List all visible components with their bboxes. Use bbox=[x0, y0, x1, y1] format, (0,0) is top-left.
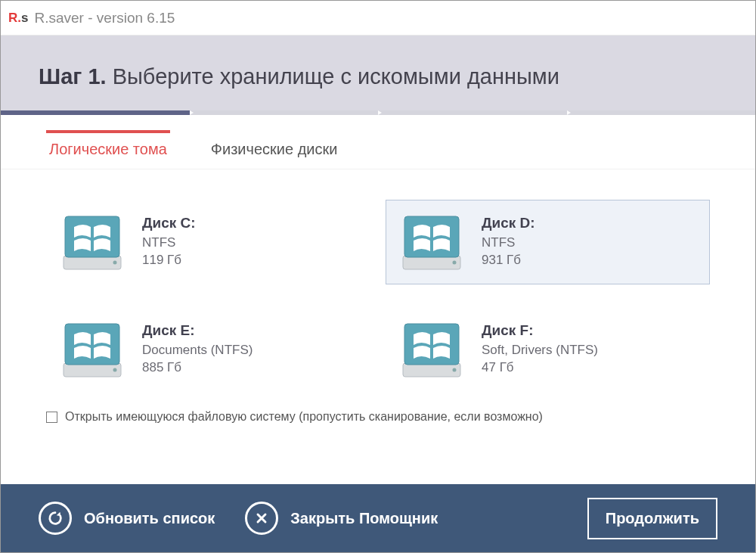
volume-size: 885 Гб bbox=[142, 359, 253, 377]
volume-name: Диск C: bbox=[142, 215, 196, 231]
volume-name: Диск F: bbox=[482, 322, 598, 339]
volume-item[interactable]: Диск F: Soft, Drivers (NTFS) 47 Гб bbox=[386, 307, 710, 392]
window-title: R.saver - version 6.15 bbox=[34, 10, 175, 26]
step-number: Шаг 1. bbox=[39, 64, 107, 89]
wizard-progress bbox=[1, 110, 755, 115]
progress-seg-3 bbox=[378, 110, 567, 115]
progress-seg-4 bbox=[567, 110, 756, 115]
close-icon bbox=[245, 502, 278, 535]
drive-icon bbox=[398, 210, 465, 274]
close-label: Закрыть Помощник bbox=[290, 510, 438, 527]
refresh-icon bbox=[39, 502, 72, 535]
volume-info: Диск D: NTFS 931 Гб bbox=[482, 215, 535, 269]
title-bar: R.s R.saver - version 6.15 bbox=[1, 1, 755, 36]
skip-scan-checkbox[interactable] bbox=[46, 412, 57, 423]
volume-fs: Soft, Drivers (NTFS) bbox=[482, 342, 598, 359]
page-title: Шаг 1. Выберите хранилище с искомыми дан… bbox=[39, 64, 717, 89]
tabs: Логические тома Физические диски bbox=[1, 115, 755, 169]
volume-fs: Documents (NTFS) bbox=[142, 342, 253, 359]
skip-scan-label: Открыть имеющуюся файловую систему (проп… bbox=[65, 410, 543, 424]
volume-fs: NTFS bbox=[142, 235, 196, 252]
volume-fs: NTFS bbox=[482, 235, 535, 252]
volume-item[interactable]: Диск E: Documents (NTFS) 885 Гб bbox=[46, 307, 370, 392]
drive-icon bbox=[398, 318, 465, 381]
skip-scan-row: Открыть имеющуюся файловую систему (проп… bbox=[1, 407, 755, 431]
refresh-button[interactable]: Обновить список bbox=[39, 502, 215, 535]
tab-physical-disks[interactable]: Физические диски bbox=[208, 133, 341, 169]
footer-bar: Обновить список Закрыть Помощник Продолж… bbox=[1, 484, 755, 552]
volume-size: 47 Гб bbox=[482, 359, 598, 377]
drive-icon bbox=[59, 318, 125, 381]
close-wizard-button[interactable]: Закрыть Помощник bbox=[245, 502, 438, 535]
volume-info: Диск E: Documents (NTFS) 885 Гб bbox=[142, 322, 253, 377]
step-header: Шаг 1. Выберите хранилище с искомыми дан… bbox=[1, 36, 755, 110]
refresh-label: Обновить список bbox=[84, 510, 215, 527]
tab-logical-volumes[interactable]: Логические тома bbox=[46, 133, 170, 169]
volume-info: Диск C: NTFS 119 Гб bbox=[142, 215, 196, 269]
volume-item[interactable]: Диск D: NTFS 931 Гб bbox=[386, 200, 710, 284]
volume-item[interactable]: Диск C: NTFS 119 Гб bbox=[46, 200, 370, 284]
logo-suffix: s bbox=[21, 11, 28, 25]
step-subtitle: Выберите хранилище с искомыми данными bbox=[113, 64, 559, 89]
drive-icon bbox=[59, 210, 125, 274]
volume-size: 119 Гб bbox=[142, 252, 196, 269]
progress-seg-1 bbox=[1, 110, 190, 115]
continue-button[interactable]: Продолжить bbox=[587, 498, 717, 539]
volume-info: Диск F: Soft, Drivers (NTFS) 47 Гб bbox=[482, 322, 598, 377]
volume-name: Диск E: bbox=[142, 322, 253, 339]
app-logo: R.s bbox=[8, 11, 28, 26]
progress-seg-2 bbox=[190, 110, 379, 115]
volume-size: 931 Гб bbox=[482, 252, 535, 269]
logo-prefix: R. bbox=[8, 11, 21, 25]
volumes-grid: Диск C: NTFS 119 Гб Диск D: NTFS 931 Гб … bbox=[1, 169, 755, 407]
volume-name: Диск D: bbox=[482, 215, 535, 231]
